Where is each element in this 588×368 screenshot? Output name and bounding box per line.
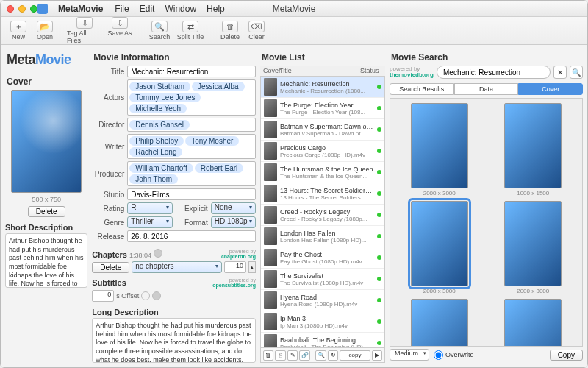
explicit-select[interactable]: None — [211, 202, 256, 214]
movie-thumb — [264, 291, 277, 309]
delete-button[interactable]: 🗑Delete — [217, 21, 243, 40]
cover-image[interactable] — [11, 90, 82, 193]
movie-list-row[interactable]: The Huntsman & the Ice QueenThe Huntsman… — [261, 162, 384, 183]
rating-select[interactable]: R — [127, 202, 172, 214]
subtitles-offset[interactable]: 0 — [92, 290, 114, 302]
person-pill[interactable]: William Chartoff — [129, 163, 193, 173]
list-zoom-icon[interactable]: 🔍 — [315, 350, 326, 361]
movie-list-row[interactable]: Creed - Rocky's LegacyCreed - Rocky's Le… — [261, 205, 384, 226]
overwrite-radio[interactable]: Overwrite — [434, 350, 474, 360]
zoom-window[interactable] — [30, 5, 37, 13]
director-field[interactable]: Dennis Gansel — [127, 118, 256, 132]
tag-all-button[interactable]: ⇩Tag All Files — [67, 17, 102, 44]
list-action-select[interactable]: copy — [340, 350, 370, 361]
cover-result[interactable]: 2000 x 3000 — [488, 201, 578, 294]
movie-list-toolbar: 🗑 ⎘ ✎ 🔗 🔍 ↻ copy ▶ — [260, 348, 385, 363]
producer-field[interactable]: William ChartoffRobert EarlJohn Thom — [127, 161, 256, 186]
chapters-powered: powered bychapterdb.org — [221, 249, 256, 259]
person-pill[interactable]: Jessica Alba — [192, 82, 245, 91]
clear-button[interactable]: ⌫Clear — [243, 21, 270, 40]
chapters-stepper[interactable]: ▴ — [248, 261, 256, 273]
studio-field[interactable] — [127, 188, 256, 200]
person-pill[interactable]: Philip Shelby — [129, 136, 184, 146]
movie-list-row[interactable]: Batman v Superman: Dawn of J...Batman v … — [261, 119, 384, 141]
list-go-icon[interactable]: ▶ — [372, 350, 382, 361]
movie-list-row[interactable]: Pay the GhostPay the Ghost (1080p HD).m4… — [261, 247, 384, 269]
menu-edit[interactable]: Edit — [140, 4, 155, 14]
copy-button[interactable]: Copy — [550, 350, 583, 361]
movie-list-row[interactable]: Hyena RoadHyena Road (1080p HD).m4v — [261, 290, 384, 311]
actors-field[interactable]: Jason StathamJessica AlbaTommy Lee Jones… — [127, 79, 256, 116]
search-tab[interactable]: Cover — [518, 83, 583, 95]
list-link-icon[interactable]: 🔗 — [299, 350, 309, 361]
list-trash-icon[interactable]: 🗑 — [263, 350, 273, 361]
cover-result[interactable]: 1000 x 1500 — [488, 103, 578, 197]
movie-list-row[interactable]: The SurvivalistThe Survivalist (1080p HD… — [261, 269, 384, 290]
menu-window[interactable]: Window — [165, 4, 196, 14]
cover-result[interactable] — [488, 299, 578, 347]
movie-list-row[interactable]: Precious CargoPrecious Cargo (1080p HD).… — [261, 141, 384, 162]
search-tabs[interactable]: Search ResultsDataCover — [390, 83, 583, 95]
search-powered: powered bythemoviedb.org — [390, 66, 434, 78]
search-input[interactable] — [437, 66, 551, 79]
movie-list-row[interactable]: The Purge: Election YearThe Purge - Elec… — [261, 98, 384, 119]
status-dot-icon — [377, 191, 381, 196]
short-desc-field[interactable]: Arthur Bishop thought he had put his mur… — [5, 233, 87, 288]
short-desc-heading: Short Description — [5, 223, 87, 232]
list-refresh-icon[interactable]: ↻ — [328, 350, 338, 361]
person-pill[interactable]: Jason Statham — [129, 82, 190, 91]
status-dot-icon — [377, 319, 381, 324]
person-pill[interactable]: John Thom — [129, 174, 178, 184]
cover-delete-button[interactable]: Delete — [28, 206, 65, 217]
list-copy-icon[interactable]: ⎘ — [275, 350, 285, 361]
minimize-window[interactable] — [18, 5, 26, 13]
release-field[interactable] — [127, 230, 256, 242]
search-tab[interactable]: Search Results — [390, 83, 454, 95]
person-pill[interactable]: Robert Earl — [195, 163, 244, 173]
cover-result[interactable]: 2000 x 3000 — [395, 103, 484, 197]
menu-help[interactable]: Help — [207, 4, 225, 14]
movie-thumb — [264, 185, 277, 202]
search-tab[interactable]: Data — [454, 83, 519, 95]
close-window[interactable] — [7, 5, 14, 13]
menu-file[interactable]: File — [115, 4, 129, 14]
movie-list-row[interactable]: 13 Hours: The Secret Soldiers o...13 Hou… — [261, 183, 384, 205]
person-pill[interactable]: Michelle Yeoh — [129, 104, 187, 113]
cover-size-select[interactable]: Medium — [390, 349, 429, 361]
chapters-delete-button[interactable]: Delete — [92, 262, 129, 273]
movie-list[interactable]: Mechanic: ResurrectionMechanic - Resurre… — [260, 77, 385, 348]
movie-thumb — [264, 78, 277, 96]
cover-result[interactable]: 2000 x 3000 — [395, 201, 484, 294]
app-icon — [37, 4, 48, 14]
cover-results-grid[interactable]: 2000 x 30001000 x 15002000 x 30002000 x … — [390, 98, 583, 347]
status-dot-icon — [377, 170, 381, 174]
list-edit-icon[interactable]: ✎ — [287, 350, 298, 361]
person-pill[interactable]: Rachel Long — [129, 147, 182, 157]
status-dot-icon — [377, 149, 381, 153]
genre-select[interactable]: Thriller — [127, 216, 172, 228]
person-pill[interactable]: Dennis Gansel — [129, 120, 190, 130]
movie-list-row[interactable]: Mechanic: ResurrectionMechanic - Resurre… — [261, 77, 384, 98]
menubar: File Edit Window Help — [115, 4, 224, 14]
person-pill[interactable]: Tony Mosher — [185, 136, 239, 146]
format-select[interactable]: HD 1080p — [211, 216, 256, 228]
long-desc-field[interactable]: Arthur Bishop thought he had put his mur… — [92, 318, 256, 363]
writer-field[interactable]: Philip ShelbyTony MosherRachel Long — [127, 134, 256, 159]
new-button[interactable]: ＋New — [5, 21, 32, 40]
toolbar: ＋New 📂Open ⇩Tag All Files ⇩Save As 🔍Sear… — [1, 17, 587, 45]
run-search-icon[interactable]: 🔍 — [570, 66, 583, 79]
window-title: MetaMovie — [273, 4, 316, 14]
movie-list-row[interactable]: Baahubali: The BeginningBaahubali - The … — [261, 333, 384, 348]
person-pill[interactable]: Tommy Lee Jones — [129, 93, 201, 102]
search-button[interactable]: 🔍Search — [146, 21, 173, 40]
clear-search-icon[interactable]: ✕ — [553, 66, 567, 79]
open-button[interactable]: 📂Open — [32, 21, 58, 40]
split-title-button[interactable]: ⇄Split Title — [173, 21, 208, 40]
chapters-count[interactable]: 10 — [224, 261, 246, 273]
movie-list-row[interactable]: London Has FallenLondon Has Fallen (1080… — [261, 226, 384, 247]
save-as-button[interactable]: ⇩Save As — [102, 17, 137, 44]
title-field[interactable] — [127, 66, 256, 77]
chapters-select[interactable]: no chapters — [132, 261, 222, 273]
movie-list-row[interactable]: Ip Man 3Ip Man 3 (1080p HD).m4v — [261, 311, 384, 333]
cover-result[interactable] — [395, 299, 484, 347]
